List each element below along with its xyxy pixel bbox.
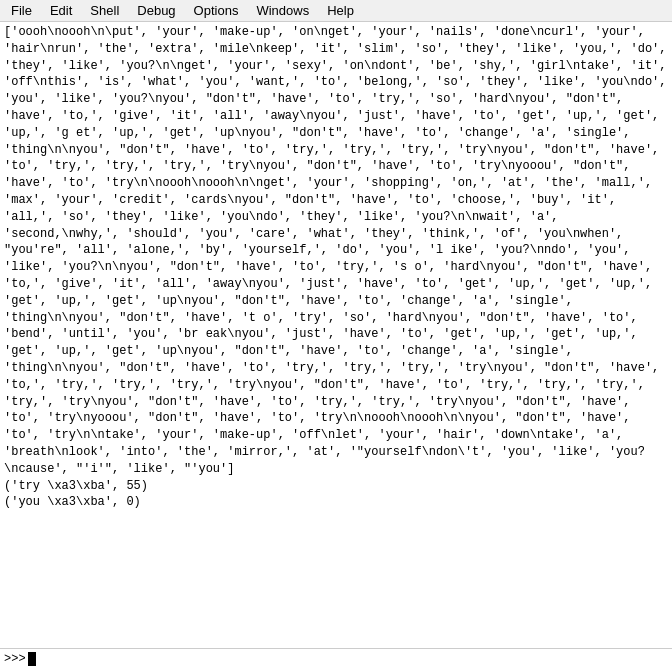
menu-edit[interactable]: Edit bbox=[43, 0, 79, 21]
output-text: ['oooh\noooh\n\put', 'your', 'make-up', … bbox=[4, 24, 668, 511]
input-line[interactable]: >>> bbox=[0, 648, 672, 668]
menu-file[interactable]: File bbox=[4, 0, 39, 21]
menu-windows[interactable]: Windows bbox=[249, 0, 316, 21]
prompt-label: >>> bbox=[4, 652, 26, 666]
menu-options[interactable]: Options bbox=[187, 0, 246, 21]
menu-help[interactable]: Help bbox=[320, 0, 361, 21]
cursor bbox=[28, 652, 36, 666]
menu-shell[interactable]: Shell bbox=[83, 0, 126, 21]
output-area: ['oooh\noooh\n\put', 'your', 'make-up', … bbox=[0, 22, 672, 648]
menu-debug[interactable]: Debug bbox=[130, 0, 182, 21]
menubar: File Edit Shell Debug Options Windows He… bbox=[0, 0, 672, 22]
main-area: ['oooh\noooh\n\put', 'your', 'make-up', … bbox=[0, 22, 672, 668]
